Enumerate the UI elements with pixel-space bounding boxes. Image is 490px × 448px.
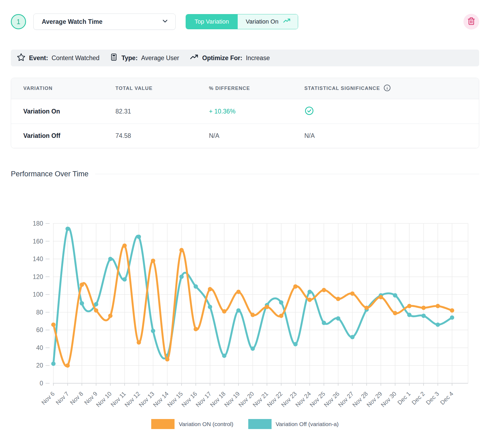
data-point[interactable] [279,300,283,305]
data-point[interactable] [279,314,283,318]
data-point[interactable] [151,259,155,263]
data-point[interactable] [122,277,127,282]
metric-card: 1 Average Watch Time Top Variation Varia… [0,0,490,429]
summary-type: Type: Average User [110,53,179,63]
data-point[interactable] [379,295,383,299]
data-point[interactable] [265,305,269,309]
data-point[interactable] [421,306,426,310]
toggle-variation-on-label: Variation On [246,18,279,25]
summary-optimize-value: Increase [246,54,270,62]
data-point[interactable] [336,316,340,321]
x-tick-label: Nov 15 [166,390,184,408]
data-point[interactable] [222,353,226,358]
data-point[interactable] [293,284,298,289]
data-point[interactable] [151,329,155,333]
y-tick-label: 60 [36,326,43,333]
data-point[interactable] [51,323,56,327]
data-point[interactable] [336,297,340,301]
summary-event: Event: Content Watched [17,53,99,63]
x-tick-label: Nov 20 [237,390,255,408]
data-point[interactable] [251,313,255,317]
toggle-top-variation[interactable]: Top Variation [186,14,238,29]
data-point[interactable] [51,362,56,366]
x-tick-label: Nov 8 [69,390,84,406]
data-point[interactable] [66,227,70,231]
chart-section-title: Performance Over Time [11,170,89,178]
y-tick-label: 0 [40,380,43,387]
data-point[interactable] [80,301,84,306]
data-point[interactable] [407,304,411,308]
data-point[interactable] [66,363,70,368]
row2-total-value: 74.58 [115,132,209,139]
metric-summary-bar: Event: Content Watched Type: Average Use… [11,50,479,66]
data-point[interactable] [407,313,411,317]
data-point[interactable] [436,304,440,308]
performance-chart: 020406080100120140160180Nov 6Nov 7Nov 8N… [11,185,479,417]
data-point[interactable] [194,284,198,289]
data-point[interactable] [137,340,141,345]
x-tick-label: Nov 10 [95,390,113,408]
x-tick-label: Dec 2 [410,390,426,406]
data-point[interactable] [322,321,326,325]
data-point[interactable] [308,298,312,302]
data-point[interactable] [365,306,369,310]
data-point[interactable] [208,305,212,309]
row1-difference: + 10.36% [209,108,304,115]
data-point[interactable] [208,287,212,291]
data-point[interactable] [165,357,169,362]
data-point[interactable] [94,308,98,313]
row1-significance [304,106,479,117]
info-icon[interactable] [383,84,391,93]
x-tick-label: Nov 6 [40,390,56,406]
metric-dropdown[interactable]: Average Watch Time [33,14,176,30]
data-point[interactable] [293,342,298,346]
x-tick-label: Nov 12 [123,390,141,408]
table-header-row: VARIATION TOTAL VALUE % DIFFERENCE STATI… [11,78,479,99]
data-point[interactable] [436,323,440,327]
data-point[interactable] [393,293,397,298]
x-tick-label: Nov 28 [351,390,369,408]
table-row-variation-on: Variation On 82.31 + 10.36% [11,99,479,124]
data-point[interactable] [108,314,112,318]
legend-entry-variation-off[interactable]: Variation Off (variation-a) [248,419,339,429]
trash-icon [467,17,475,26]
summary-type-label: Type: [121,54,138,62]
data-point[interactable] [179,248,184,252]
data-point[interactable] [194,327,198,331]
data-point[interactable] [236,308,241,313]
data-point[interactable] [322,288,326,292]
data-point[interactable] [179,275,184,279]
data-point[interactable] [450,308,454,313]
data-point[interactable] [122,244,127,248]
toggle-variation-on[interactable]: Variation On [238,14,298,29]
data-point[interactable] [236,290,241,294]
x-tick-label: Nov 22 [266,390,284,408]
data-point[interactable] [108,257,112,261]
x-tick-label: Nov 27 [337,390,355,408]
star-icon [17,53,25,63]
y-tick-label: 100 [33,291,43,298]
data-point[interactable] [80,283,84,287]
x-tick-label: Nov 16 [180,390,198,408]
data-point[interactable] [222,309,226,314]
card-index-number: 1 [17,18,20,26]
delete-metric-button[interactable] [463,14,479,30]
data-point[interactable] [137,235,141,239]
data-point[interactable] [421,314,426,318]
table-row-variation-off: Variation Off 74.58 N/A N/A [11,124,479,148]
data-point[interactable] [393,311,397,315]
summary-event-label: Event: [29,54,48,62]
data-point[interactable] [251,346,255,351]
col-significance: STATISTICAL SIGNIFICANCE [304,84,479,93]
x-tick-label: Nov 14 [152,390,170,408]
data-point[interactable] [450,315,454,320]
data-point[interactable] [350,291,354,296]
row2-significance: N/A [304,132,479,139]
metric-dropdown-value: Average Watch Time [42,18,161,25]
data-point[interactable] [308,290,312,294]
legend-label-variation-off: Variation Off (variation-a) [276,421,339,427]
card-index-badge: 1 [11,14,26,29]
performance-chart-svg: 020406080100120140160180Nov 6Nov 7Nov 8N… [11,185,479,416]
legend-entry-variation-on[interactable]: Variation ON (control) [151,419,233,429]
data-point[interactable] [350,335,354,339]
